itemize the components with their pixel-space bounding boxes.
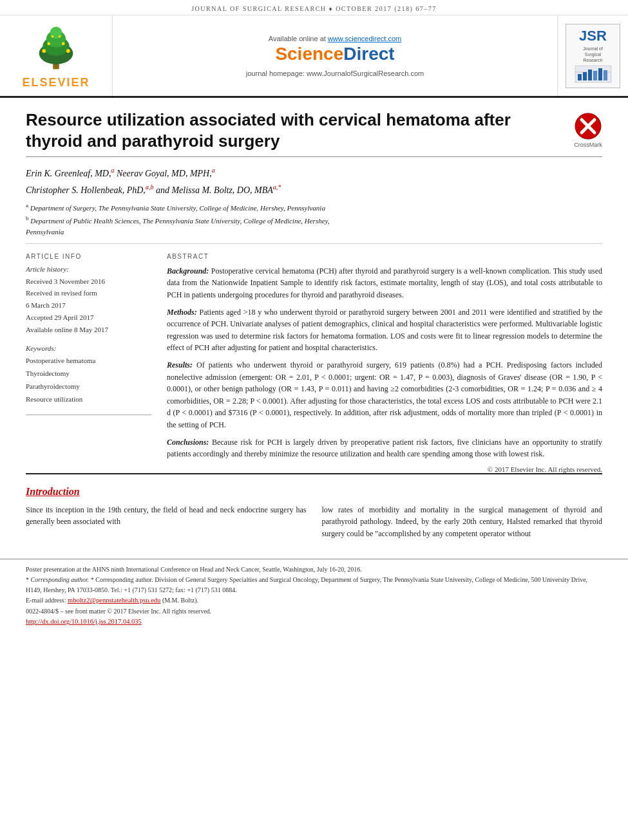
history-label: Article history:: [26, 265, 151, 273]
conclusions-text: Because risk for PCH is largely driven b…: [167, 438, 602, 459]
jsr-abbreviation: JSR: [579, 28, 607, 44]
email-link[interactable]: mboltz2@pennstatehealth.psu.edu: [68, 597, 160, 604]
journal-header-text: JOURNAL OF SURGICAL RESEARCH ♦ OCTOBER 2…: [191, 5, 437, 12]
sciencedirect-logo: ScienceDirect: [275, 44, 394, 64]
abstract-results: Results: Of patients who underwent thyro…: [167, 359, 602, 431]
keywords-label: Keywords:: [26, 344, 151, 352]
keyword-4: Resource utilization: [26, 393, 151, 406]
abstract-section: Background: Postoperative cervical hemat…: [167, 265, 602, 473]
svg-rect-13: [578, 74, 582, 80]
article-title-section: Resource utilization associated with cer…: [26, 98, 602, 157]
received-revised-date: 6 March 2017: [26, 299, 151, 312]
svg-point-7: [47, 42, 50, 46]
svg-rect-18: [604, 70, 607, 80]
jsr-decoration-icon: [574, 64, 613, 84]
copyright-line: © 2017 Elsevier Inc. All rights reserved…: [167, 465, 602, 473]
doi-link[interactable]: http://dx.doi.org/10.1016/j.jss.2017.04.…: [26, 618, 142, 625]
keywords-section: Keywords: Postoperative hematoma Thyroid…: [26, 344, 151, 406]
elsevier-tree-icon: [24, 22, 88, 73]
introduction-two-col: Since its inception in the 19th century,…: [26, 504, 602, 540]
svg-point-9: [51, 35, 53, 38]
svg-rect-17: [598, 68, 602, 80]
authors-line: Erin K. Greenleaf, MD,a Neerav Goyal, MD…: [26, 165, 602, 198]
abstract-column: ABSTRACT Background: Postoperative cervi…: [167, 253, 602, 473]
methods-text: Patients aged >18 y who underwent thyroi…: [167, 308, 602, 353]
article-history: Article history: Received 3 November 201…: [26, 265, 151, 335]
svg-point-5: [42, 49, 46, 53]
sciencedirect-url[interactable]: www.sciencedirect.com: [328, 35, 401, 42]
svg-point-6: [66, 49, 70, 53]
received-date: Received 3 November 2016: [26, 275, 151, 288]
results-text: Of patients who underwent thyroid or par…: [167, 360, 602, 429]
available-online-text: Available online at www.sciencedirect.co…: [269, 35, 401, 42]
jsr-full-name: Journal ofSurgicalResearch: [582, 44, 604, 64]
keyword-1: Postoperative hematoma: [26, 355, 151, 368]
available-online-date: Available online 8 May 2017: [26, 324, 151, 336]
article-title: Resource utilization associated with cer…: [26, 109, 564, 151]
jsr-box: JSR Journal ofSurgicalResearch: [566, 24, 620, 88]
banner-center: Available online at www.sciencedirect.co…: [113, 15, 557, 96]
article-info-column: ARTICLE INFO Article history: Received 3…: [26, 253, 151, 473]
methods-label: Methods:: [167, 308, 197, 317]
article-info-label: ARTICLE INFO: [26, 253, 151, 260]
affiliation-b: b Department of Public Health Sciences, …: [26, 214, 602, 238]
affiliations: a Department of Surgery, The Pennsylvani…: [26, 201, 602, 238]
email-line: E-mail address: mboltz2@pennstatehealth.…: [26, 595, 602, 606]
svg-point-10: [59, 35, 61, 38]
main-content: Resource utilization associated with cer…: [0, 98, 628, 539]
poster-note: Poster presentation at the AHNS ninth In…: [26, 565, 602, 575]
accepted-date: Accepted 29 April 2017: [26, 312, 151, 324]
journal-header: JOURNAL OF SURGICAL RESEARCH ♦ OCTOBER 2…: [0, 0, 628, 15]
elsevier-logo-block: ELSEVIER: [0, 15, 113, 96]
svg-point-8: [62, 42, 65, 46]
background-label: Background:: [167, 266, 209, 275]
abstract-label: ABSTRACT: [167, 253, 602, 260]
introduction-title: Introduction: [26, 486, 602, 498]
background-text: Postoperative cervical hematoma (PCH) af…: [167, 266, 602, 299]
keyword-2: Thyroidectomy: [26, 368, 151, 380]
abstract-methods: Methods: Patients aged >18 y who underwe…: [167, 306, 602, 354]
left-col-divider: [26, 415, 151, 415]
authors-section: Erin K. Greenleaf, MD,a Neerav Goyal, MD…: [26, 157, 602, 244]
issn-note: 0022-4804/$ – see front matter © 2017 El…: [26, 606, 602, 617]
received-revised-label: Received in revised form: [26, 287, 151, 299]
svg-rect-16: [593, 71, 597, 80]
journal-homepage-text: journal homepage: www.JournalofSurgicalR…: [246, 70, 424, 77]
email-label: E-mail address:: [26, 597, 66, 604]
intro-right-text: low rates of morbidity and mortality in …: [322, 504, 603, 540]
crossmark-label: CrossMark: [574, 142, 602, 148]
introduction-section: Introduction Since its inception in the …: [26, 473, 602, 540]
intro-left-text: Since its inception in the 19th century,…: [26, 504, 307, 540]
corresponding-note: * Corresponding author. * Corresponding …: [26, 575, 602, 595]
footer-notes: Poster presentation at the AHNS ninth In…: [26, 565, 602, 628]
svg-rect-15: [588, 70, 592, 80]
page-footer: Poster presentation at the AHNS ninth In…: [0, 559, 628, 634]
elsevier-label: ELSEVIER: [22, 76, 90, 89]
abstract-conclusions: Conclusions: Because risk for PCH is lar…: [167, 436, 602, 460]
keyword-3: Parathyroidectomy: [26, 380, 151, 393]
jsr-logo-block: JSR Journal ofSurgicalResearch: [557, 15, 628, 96]
email-note: (M.M. Boltz).: [162, 597, 198, 604]
affiliation-a: a Department of Surgery, The Pennsylvani…: [26, 201, 602, 214]
two-column-layout: ARTICLE INFO Article history: Received 3…: [26, 244, 602, 473]
crossmark-icon: [574, 112, 602, 140]
crossmark-badge[interactable]: CrossMark: [574, 112, 602, 148]
corresponding-note-text: * Corresponding author. Division of Gene…: [26, 576, 587, 593]
conclusions-label: Conclusions:: [167, 438, 209, 447]
results-label: Results:: [167, 360, 193, 369]
abstract-background: Background: Postoperative cervical hemat…: [167, 265, 602, 301]
publisher-banner: ELSEVIER Available online at www.science…: [0, 15, 628, 98]
svg-rect-14: [583, 72, 587, 80]
